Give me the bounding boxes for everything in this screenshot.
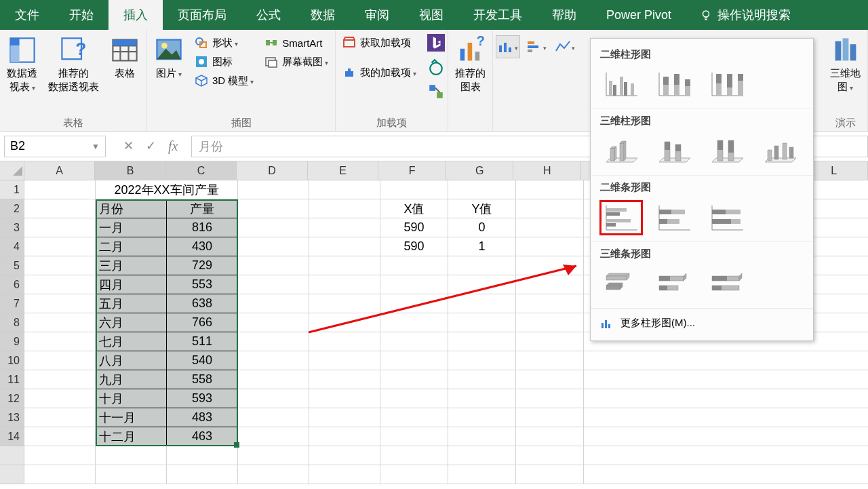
stacked-bar-2d[interactable] [653,201,695,235]
cell-A8[interactable] [24,313,96,332]
cell-C3[interactable]: 816 [167,218,238,237]
bing-icon[interactable] [427,34,445,52]
cell-E7[interactable] [309,294,380,313]
cell-D15[interactable] [238,446,309,465]
cell-B7[interactable]: 五月 [96,294,167,313]
cell-B3[interactable]: 一月 [96,218,167,237]
cell-G6[interactable] [448,275,516,294]
cell-H15[interactable] [516,446,584,465]
tab-review[interactable]: 审阅 [350,0,404,30]
cell-A10[interactable] [24,351,96,370]
picture-button[interactable]: 图片 [150,34,188,83]
cell-C13[interactable]: 483 [167,408,238,427]
cell-L5[interactable] [804,256,868,275]
cell-A4[interactable] [24,237,96,256]
cell-C16[interactable] [167,465,238,484]
cell-D1[interactable] [238,180,309,199]
row-header-9[interactable]: 9 [0,332,24,351]
cell-L12[interactable] [804,389,868,408]
cell-I12[interactable] [584,389,804,408]
stacked100-column-2d[interactable] [706,68,748,102]
cell-H7[interactable] [516,294,584,313]
select-all-corner[interactable] [0,161,24,180]
cell-D16[interactable] [238,465,309,484]
tab-home[interactable]: 开始 [54,0,108,30]
people-graph-icon[interactable] [427,58,445,76]
cell-C7[interactable]: 638 [167,294,238,313]
cell-D13[interactable] [238,408,309,427]
cell-F11[interactable] [380,370,448,389]
cell-L16[interactable] [804,465,868,484]
cell-L9[interactable] [804,332,868,351]
cell-L15[interactable] [804,446,868,465]
col-header-B[interactable]: B [95,161,166,180]
cell-E16[interactable] [309,465,380,484]
name-box[interactable]: B2▼ [4,136,106,157]
cell-F4[interactable]: 590 [380,237,448,256]
column-3d[interactable] [759,134,801,168]
cell-A13[interactable] [24,408,96,427]
cell-B11[interactable]: 九月 [96,370,167,389]
clustered-column-2d[interactable] [600,68,642,102]
tab-powerpivot[interactable]: Power Pivot [591,0,686,30]
cell-G8[interactable] [448,313,516,332]
cell-A5[interactable] [24,256,96,275]
3dmodel-button[interactable]: 3D 模型 [191,72,258,90]
stacked-column-2d[interactable] [653,68,695,102]
cell-C5[interactable]: 729 [167,256,238,275]
cell-E3[interactable] [309,218,380,237]
cell-A11[interactable] [24,370,96,389]
row-header-10[interactable]: 10 [0,351,24,370]
tab-file[interactable]: 文件 [0,0,54,30]
cell-C12[interactable]: 593 [167,389,238,408]
row-header-15[interactable] [0,446,24,465]
cell-F6[interactable] [380,275,448,294]
cell-G16[interactable] [448,465,516,484]
cell-G15[interactable] [448,446,516,465]
cell-D5[interactable] [238,256,309,275]
cell-H8[interactable] [516,313,584,332]
cell-L14[interactable] [804,427,868,446]
cell-B14[interactable]: 十二月 [96,427,167,446]
cell-C4[interactable]: 430 [167,237,238,256]
cell-D8[interactable] [238,313,309,332]
cell-G14[interactable] [448,427,516,446]
cell-F16[interactable] [380,465,448,484]
cell-H13[interactable] [516,408,584,427]
tab-insert[interactable]: 插入 [108,0,163,30]
screenshot-button[interactable]: 屏幕截图 [260,53,332,71]
cell-H12[interactable] [516,389,584,408]
column-chart-dropdown[interactable] [496,35,520,58]
row-header-1[interactable]: 1 [0,180,24,199]
cell-I14[interactable] [584,427,804,446]
cell-A16[interactable] [24,465,96,484]
more-column-charts[interactable]: 更多柱形图(M)... [591,309,813,336]
row-header-16[interactable] [0,465,24,484]
table-button[interactable]: 表格 [106,34,144,83]
cell-H1[interactable] [516,180,584,199]
cell-D9[interactable] [238,332,309,351]
row-header-13[interactable]: 13 [0,408,24,427]
cell-I15[interactable] [584,446,804,465]
cell-D2[interactable] [238,199,309,218]
tab-view[interactable]: 视图 [404,0,458,30]
cell-E11[interactable] [309,370,380,389]
cell-C11[interactable]: 558 [167,370,238,389]
cell-E6[interactable] [309,275,380,294]
shapes-button[interactable]: 形状 [191,34,258,52]
cell-H3[interactable] [516,218,584,237]
stacked100-bar-2d[interactable] [706,201,748,235]
tell-me-search[interactable]: 操作说明搜索 [700,0,791,30]
cell-E2[interactable] [309,199,380,218]
cell-A14[interactable] [24,427,96,446]
cell-E5[interactable] [309,256,380,275]
stacked-bar-3d[interactable] [653,267,695,301]
cell-B15[interactable] [96,446,167,465]
cell-I11[interactable] [584,370,804,389]
cell-A7[interactable] [24,294,96,313]
cell-F8[interactable] [380,313,448,332]
row-header-4[interactable]: 4 [0,237,24,256]
cell-B12[interactable]: 十月 [96,389,167,408]
col-header-C[interactable]: C [166,161,237,180]
cell-L13[interactable] [804,408,868,427]
